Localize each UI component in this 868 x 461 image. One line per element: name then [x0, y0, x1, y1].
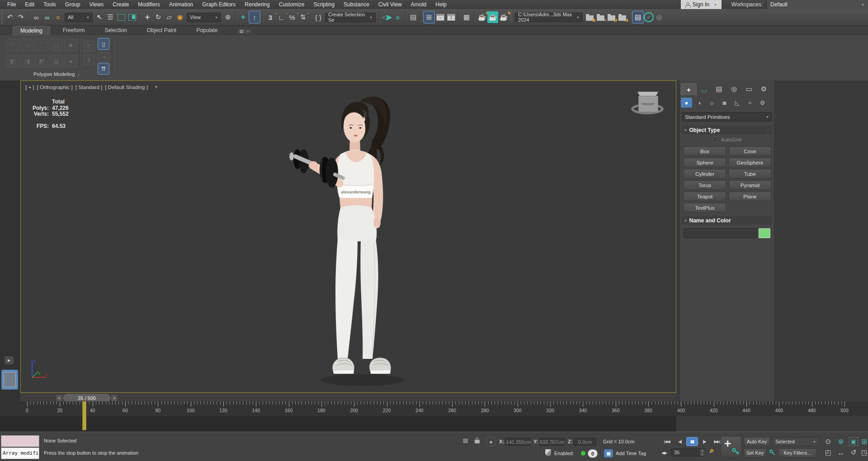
zoom-extents-icon[interactable]: ▣ [849, 437, 858, 446]
time-tag-cube-icon[interactable]: ▣ [604, 449, 613, 457]
primitive-category-dropdown[interactable]: Standard Primitives ▼ [682, 112, 772, 122]
subobject-tool-icon[interactable]: ▢ [50, 39, 63, 51]
viewport-label-segment[interactable]: [ Orthographic ] [37, 85, 73, 90]
menu-item[interactable]: Customize [274, 0, 309, 9]
track-bar-keys-strip[interactable] [0, 416, 676, 432]
snaps-toggle-3d-icon[interactable]: 3⌐ [265, 11, 276, 23]
next-frame-icon[interactable]: |▶ [699, 437, 710, 446]
previous-frame-arrow[interactable]: < [56, 395, 63, 401]
hierarchy-tab-icon[interactable]: ▤ [712, 83, 726, 95]
ribbon-config-widget[interactable]: ▤ ▼ [237, 28, 252, 34]
systems-category-icon[interactable]: ⚙ [757, 98, 768, 108]
subobject-tool-icon[interactable]: ◆ [64, 39, 77, 51]
save-file-icon[interactable]: ▤ [632, 11, 644, 24]
zoom-all-icon[interactable]: ⊛ [835, 437, 846, 447]
y-coordinate-field[interactable]: 633.767cm [539, 438, 565, 446]
edit-named-selection-sets-icon[interactable]: { } [313, 11, 324, 23]
object-type-rollout[interactable]: ▾ Object Type ∷ [682, 126, 772, 134]
window-crossing-toggle-icon[interactable] [127, 11, 137, 23]
previous-frame-icon[interactable]: ◀| [675, 437, 685, 446]
named-selection-sets-dropdown[interactable]: Create Selection Se ▼ [325, 13, 376, 22]
object-name-field[interactable] [684, 228, 757, 238]
geometry-category-icon[interactable]: ● [681, 98, 692, 108]
menu-item[interactable]: Help [431, 0, 451, 9]
x-coordinate-field[interactable]: -141.355cm [505, 438, 530, 446]
menu-item[interactable]: Civil View [374, 0, 406, 9]
select-link-icon[interactable]: ∞ [31, 11, 42, 23]
spin-up-icon[interactable]: ▲ [700, 449, 705, 452]
motion-tab-icon[interactable]: ◎ [726, 83, 741, 95]
menu-item[interactable]: Tools [39, 0, 61, 9]
primitive-button[interactable]: Cone [729, 146, 771, 156]
subobject-tool-icon[interactable]: ∵ [6, 39, 19, 51]
set-keys-button[interactable]: + [721, 436, 741, 457]
zoom-extents-all-icon[interactable]: ⊞ [859, 437, 868, 447]
autodesk-app-icon[interactable]: ◎ [654, 11, 665, 23]
modify-tab-icon[interactable]: ◡ [697, 83, 712, 95]
reference-coordinate-dropdown[interactable]: View ▼ [187, 13, 221, 22]
toolbar-grip[interactable] [1, 10, 3, 24]
select-by-name-icon[interactable]: ☰ [105, 11, 116, 23]
menu-item[interactable]: File [3, 0, 20, 9]
absolute-offset-toggle-icon[interactable]: ◈ [486, 437, 495, 446]
schematic-view-icon[interactable]: ↧ [446, 11, 457, 23]
subobject-tool-icon[interactable]: ◁ [21, 39, 34, 51]
spinner-snap-toggle-icon[interactable]: ⇅⌐ [297, 11, 308, 23]
ribbon-tab[interactable]: Selection [97, 26, 134, 35]
ribbon-section-label[interactable]: Polygon Modeling ▾ [0, 71, 113, 77]
autogrid-checkbox[interactable] [712, 136, 718, 142]
polygon-tool-icon[interactable]: ◧ [6, 55, 19, 67]
collapse-stack-up-icon[interactable]: ↥ [83, 41, 95, 52]
bind-to-space-warp-icon[interactable]: ≈ [52, 11, 63, 23]
viewport-layout-tab[interactable] [1, 370, 18, 390]
display-tab-icon[interactable]: ▭ [741, 83, 756, 95]
select-and-rotate-icon[interactable]: ↻ [153, 11, 164, 23]
playhead[interactable] [82, 401, 86, 430]
script-alert-counter[interactable]: 0 [588, 449, 598, 458]
select-and-move-icon[interactable]: + [142, 11, 153, 23]
maxscript-mini-listener[interactable]: Array modifi [1, 447, 39, 459]
menu-item[interactable]: Arnold [406, 0, 431, 9]
menu-item[interactable]: Rendering [240, 0, 274, 9]
toggle-command-panel-icon[interactable]: ▯ [98, 38, 109, 50]
current-frame-field[interactable]: 35 ▲ ▼ [671, 448, 705, 456]
viewcube-front-face[interactable]: FRONT [638, 96, 658, 112]
orbit-icon[interactable]: ↺ [848, 447, 859, 457]
menu-item[interactable]: Animation [165, 0, 198, 9]
rectangular-selection-region-icon[interactable] [116, 11, 127, 23]
primitive-button[interactable]: Box [684, 146, 726, 156]
pan-view-icon[interactable]: ↔ [835, 447, 846, 457]
selection-lock-icon[interactable] [475, 440, 480, 443]
layer-manager-icon[interactable]: ▤ [408, 11, 419, 23]
lights-category-icon[interactable]: ☼ [706, 98, 717, 108]
primitive-button[interactable]: Torus [684, 180, 726, 190]
frame-spinner[interactable]: ▲ ▼ [699, 449, 705, 456]
time-slider[interactable]: < 35 / 500 > [20, 393, 676, 401]
isolate-selection-icon[interactable]: ⊠ [463, 437, 468, 444]
mirror-icon[interactable]: ◁▶ [382, 11, 392, 23]
new-project-icon[interactable]: + [595, 11, 606, 23]
render-production-icon[interactable]: ☕↯ [498, 11, 509, 23]
select-and-place-icon[interactable]: ◉ [175, 11, 185, 23]
filter-icon[interactable]: ▼ [154, 85, 159, 90]
add-time-tag[interactable]: Add Time Tag [616, 451, 646, 456]
project-structure-icon[interactable]: ⇉ [617, 11, 627, 23]
viewport-label-segment[interactable]: [ Default Shading ] [105, 85, 148, 90]
menu-item[interactable]: Substance [339, 0, 374, 9]
ribbon-tab[interactable]: Object Paint [140, 26, 184, 35]
character-model[interactable]: alexanderwang [272, 89, 407, 387]
subobject-tool-icon[interactable]: ⌒ [35, 39, 48, 51]
redo-icon[interactable]: ↷ [15, 11, 26, 23]
viewport-label-segment[interactable]: [ Standard ] [75, 85, 102, 90]
rendered-frame-window-icon[interactable]: ☕ [487, 11, 498, 23]
selection-filter-dropdown[interactable]: All ▼ [65, 13, 93, 22]
select-object-icon[interactable]: ↖ [94, 11, 105, 23]
primitive-button[interactable]: TextPlus [684, 203, 726, 212]
curve-editor-icon[interactable]: ~ [435, 11, 446, 23]
spin-down-icon[interactable]: ▼ [700, 452, 705, 456]
maximize-viewport-toggle-icon[interactable]: ◳ [859, 447, 868, 457]
material-editor-icon[interactable]: ▦ [461, 11, 472, 23]
key-mode-dropdown[interactable]: Selected ▼ [772, 437, 819, 446]
new-key-filters-icon[interactable] [769, 449, 776, 456]
menu-item[interactable]: Create [108, 0, 133, 9]
